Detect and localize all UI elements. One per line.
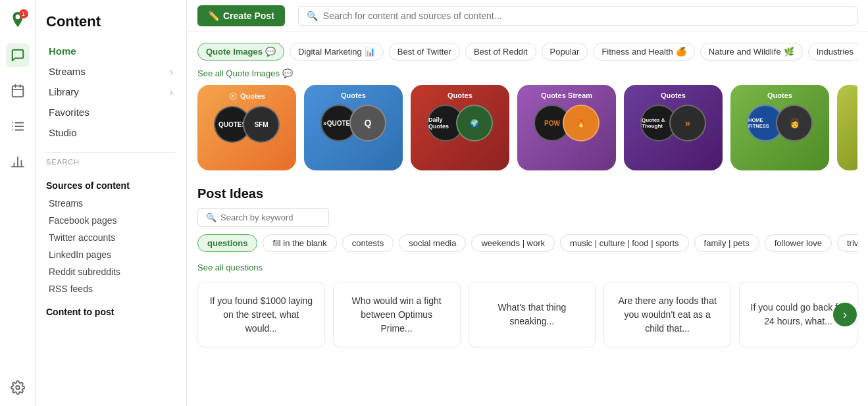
sidebar-item-label: Favorites — [49, 107, 89, 118]
post-ideas-title: Post Ideas — [197, 186, 857, 201]
feather-icon: ✏️ — [208, 11, 219, 21]
post-card-1[interactable]: If you found $1000 laying on the street,… — [197, 282, 325, 347]
main-search-container: 🔍 — [298, 6, 857, 26]
sidebar-item-label: Home — [49, 45, 76, 57]
see-all-quote-images-link[interactable]: See all Quote Images 💬 — [197, 68, 293, 78]
popular-label: Popular — [550, 47, 580, 57]
digital-marketing-icon: 📊 — [365, 47, 375, 57]
quote-card-4[interactable]: Quotes Stream POW 🔥 — [517, 85, 616, 170]
source-reddit[interactable]: Reddit subreddits — [46, 263, 176, 280]
scroll-right-button[interactable]: › — [833, 303, 857, 326]
content-area: Quote Images 💬 Digital Marketing 📊 Best … — [187, 32, 868, 406]
search-icon: 🔍 — [307, 11, 318, 21]
source-linkedin[interactable]: LinkedIn pages — [46, 246, 176, 263]
fitness-icon: 🍊 — [676, 47, 686, 57]
nav-icon-analytics[interactable] — [6, 150, 30, 174]
filter-tab-digital-marketing[interactable]: Digital Marketing 📊 — [290, 43, 384, 61]
best-twitter-label: Best of Twitter — [397, 47, 451, 57]
create-post-button[interactable]: ✏️ Create Post — [197, 5, 285, 26]
quote-card-5[interactable]: Quotes Quotes & Thought » — [624, 85, 723, 170]
sidebar: Content Home Streams › Library › Favorit… — [36, 0, 187, 406]
fitness-label: Fitness and Health — [601, 47, 673, 57]
sidebar-item-home[interactable]: Home — [46, 41, 176, 61]
app-logo[interactable]: 1 — [6, 8, 30, 32]
filter-tab-nature[interactable]: Nature and Wildlife 🌿 — [700, 43, 803, 61]
nature-icon: 🌿 — [784, 47, 794, 57]
sidebar-item-label: Studio — [49, 127, 77, 138]
post-cards: If you found $1000 laying on the street,… — [197, 282, 857, 347]
notification-badge: 1 — [19, 9, 28, 18]
source-rss[interactable]: RSS feeds — [46, 280, 176, 297]
tag-music-culture[interactable]: music | culture | food | sports — [560, 234, 688, 252]
sidebar-item-studio[interactable]: Studio — [46, 122, 176, 143]
post-card-5[interactable]: If you could go back for 24 hours, what.… — [739, 282, 857, 347]
tag-weekends-work[interactable]: weekends | work — [471, 234, 555, 252]
quote-card-1[interactable]: Quotes QUOTES SFM — [197, 85, 296, 170]
tag-family-pets[interactable]: family | pets — [694, 234, 759, 252]
sidebar-item-label: Library — [49, 86, 79, 97]
tag-questions[interactable]: questions — [197, 234, 257, 252]
quote-card-6[interactable]: Quotes HOME FITNESS 👩 — [730, 85, 829, 170]
nav-icon-calendar[interactable] — [6, 79, 30, 103]
content-to-post-title: Content to post — [46, 307, 176, 317]
post-card-4[interactable]: Are there any foods that you wouldn't ea… — [603, 282, 731, 347]
filter-tabs: Quote Images 💬 Digital Marketing 📊 Best … — [197, 39, 857, 64]
sidebar-item-streams[interactable]: Streams › — [46, 61, 176, 82]
keyword-search-icon: 🔍 — [206, 213, 217, 222]
quote-images-label: Quote Images — [206, 47, 263, 57]
source-twitter[interactable]: Twitter accounts — [46, 229, 176, 246]
sidebar-title: Content — [46, 13, 176, 30]
quote-card-2[interactable]: Quotes »QUOTES Q — [304, 85, 403, 170]
chevron-right-icon: › — [170, 86, 173, 97]
search-label: SEARCH — [46, 158, 176, 166]
quote-card-3[interactable]: Quotes Daily Quotes 🌍 — [411, 85, 509, 170]
svg-rect-2 — [12, 86, 23, 97]
idea-tags: questions fill in the blank contests soc… — [197, 234, 857, 252]
svg-point-16 — [16, 386, 20, 390]
sources-nav: Streams Facebook pages Twitter accounts … — [46, 195, 176, 297]
filter-tab-fitness[interactable]: Fitness and Health 🍊 — [593, 43, 694, 61]
filter-tab-popular[interactable]: Popular — [542, 43, 588, 61]
sidebar-nav: Home Streams › Library › Favorites Studi… — [46, 41, 176, 143]
quote-icon: 💬 — [265, 47, 276, 57]
chevron-right-icon: › — [170, 66, 173, 77]
keyword-search-input[interactable] — [220, 213, 320, 222]
best-reddit-label: Best of Reddit — [474, 47, 528, 57]
post-card-3[interactable]: What's that thing sneaking... — [469, 282, 596, 347]
quotes-carousel: Quotes QUOTES SFM Quotes »QUOTES Q — [197, 85, 857, 177]
icon-bar: 1 — [0, 0, 36, 406]
sidebar-item-label: Streams — [49, 66, 86, 77]
sources-title: Sources of content — [46, 180, 176, 191]
filter-tab-quote-images[interactable]: Quote Images 💬 — [197, 43, 284, 61]
nature-label: Nature and Wildlife — [709, 47, 781, 57]
tag-social-media[interactable]: social media — [399, 234, 466, 252]
filter-tab-best-reddit[interactable]: Best of Reddit — [465, 43, 536, 61]
post-card-2[interactable]: Who would win a fight between Optimus Pr… — [333, 282, 461, 347]
see-all-questions-link[interactable]: See all questions — [197, 263, 263, 272]
industries-label: Industries — [817, 47, 854, 57]
main-search-input[interactable] — [323, 11, 849, 21]
source-streams[interactable]: Streams — [46, 195, 176, 212]
keyword-search-container: 🔍 — [197, 208, 329, 227]
nav-icon-content[interactable] — [6, 43, 30, 67]
nav-icon-settings[interactable] — [6, 376, 30, 399]
digital-marketing-label: Digital Marketing — [298, 47, 362, 57]
tag-trivia[interactable]: trivia — [837, 234, 857, 252]
chat-icon: 💬 — [282, 68, 293, 78]
filter-tab-best-twitter[interactable]: Best of Twitter — [389, 43, 460, 61]
nav-icon-list[interactable] — [6, 114, 30, 138]
tag-follower-love[interactable]: follower love — [765, 234, 832, 252]
quote-card-partial[interactable] — [837, 85, 857, 170]
sidebar-item-favorites[interactable]: Favorites — [46, 102, 176, 122]
source-facebook[interactable]: Facebook pages — [46, 212, 176, 229]
tag-contests[interactable]: contests — [342, 234, 394, 252]
top-header: ✏️ Create Post 🔍 — [187, 0, 868, 32]
create-post-label: Create Post — [223, 11, 274, 21]
sidebar-item-library[interactable]: Library › — [46, 82, 176, 102]
main-content: ✏️ Create Post 🔍 Quote Images 💬 Digital … — [187, 0, 868, 406]
tag-fill-blank[interactable]: fill in the blank — [263, 234, 336, 252]
sidebar-divider — [46, 152, 176, 153]
filter-tab-industries[interactable]: Industries — [808, 43, 857, 61]
